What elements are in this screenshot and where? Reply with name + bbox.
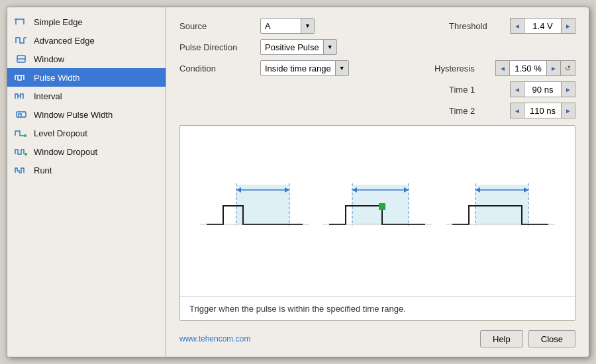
svg-point-8 [25, 153, 27, 156]
sidebar-item-interval-label: Interval [34, 91, 62, 101]
condition-arrow-icon: ▼ [335, 61, 348, 75]
source-dropdown[interactable]: A ▼ [260, 18, 315, 34]
pulse-direction-arrow-icon: ▼ [323, 40, 336, 54]
sidebar-item-interval[interactable]: Interval [7, 87, 166, 105]
level-dropout-icon [14, 127, 28, 139]
sidebar-item-pulse-width[interactable]: Pulse Width [7, 68, 166, 87]
threshold-label: Threshold [449, 21, 502, 31]
close-button[interactable]: Close [528, 330, 575, 347]
window-icon [14, 53, 28, 65]
pulse-direction-value: Positive Pulse [261, 41, 323, 54]
sidebar-item-window-dropout-label: Window Dropout [34, 147, 97, 157]
footer: www.tehencom.com Help Close [179, 328, 575, 350]
threshold-increment-button[interactable]: ► [561, 18, 575, 34]
sidebar-item-window[interactable]: Window [7, 50, 166, 68]
source-value: A [261, 20, 301, 32]
sidebar-item-window-pulse-width-label: Window Pulse Width [34, 110, 113, 120]
sidebar-item-window-pulse-width[interactable]: Window Pulse Width [7, 105, 166, 124]
sidebar-item-simple-edge-label: Simple Edge [34, 17, 83, 27]
pulse-width-icon [14, 71, 28, 83]
diagram-area: Trigger when the pulse is within the spe… [179, 125, 575, 321]
sidebar-item-advanced-edge[interactable]: Advanced Edge [7, 31, 166, 50]
source-label: Source [179, 21, 252, 31]
sidebar-item-level-dropout[interactable]: Level Dropout [7, 124, 166, 142]
pulse-diagram-3 [446, 171, 555, 251]
dialog: Simple Edge Advanced Edge Window [7, 7, 589, 357]
hysteresis-increment-button[interactable]: ► [546, 60, 561, 76]
svg-rect-24 [475, 185, 528, 224]
simple-edge-icon [14, 16, 28, 28]
help-button[interactable]: Help [480, 330, 523, 347]
time1-increment-button[interactable]: ► [561, 81, 575, 97]
form-rows: Source A ▼ Threshold ◄ 1.4 V ► Pulse Dir… [179, 18, 575, 118]
time1-decrement-button[interactable]: ◄ [510, 81, 524, 97]
threshold-decrement-button[interactable]: ◄ [510, 18, 524, 34]
hysteresis-spinner: ◄ 1.50 % ► ↺ [495, 60, 575, 76]
time2-field-label: Time 2 [449, 106, 502, 116]
time1-field-label: Time 1 [449, 85, 502, 95]
condition-value: Inside time range [261, 62, 335, 75]
time2-decrement-button[interactable]: ◄ [510, 103, 524, 118]
sidebar-item-pulse-width-label: Pulse Width [34, 73, 79, 83]
sidebar-item-runt[interactable]: Runt [7, 161, 166, 179]
time1-value: 90 ns [524, 81, 561, 97]
threshold-spinner: ◄ 1.4 V ► [510, 18, 575, 34]
form-row-time1: Time 1 ◄ 90 ns ► [179, 81, 575, 97]
condition-label: Condition [179, 64, 252, 73]
hysteresis-decrement-button[interactable]: ◄ [495, 60, 510, 76]
svg-rect-9 [236, 185, 289, 224]
svg-point-7 [24, 134, 26, 137]
time2-value: 110 ns [524, 103, 561, 118]
time1-spinner: ◄ 90 ns ► [510, 81, 575, 97]
pulse-diagram-2 [323, 171, 432, 251]
form-row-source: Source A ▼ Threshold ◄ 1.4 V ► [179, 18, 575, 34]
threshold-value: 1.4 V [524, 18, 561, 34]
source-arrow-icon: ▼ [301, 19, 314, 33]
form-row-condition: Condition Inside time range ▼ Hysteresis… [179, 60, 575, 76]
sidebar-item-simple-edge[interactable]: Simple Edge [7, 13, 166, 31]
sidebar-item-window-label: Window [34, 54, 64, 64]
pulse-diagram-1 [200, 171, 309, 251]
hysteresis-value: 1.50 % [510, 60, 546, 76]
pulse-direction-label: Pulse Direction [179, 42, 252, 52]
sidebar-item-level-dropout-label: Level Dropout [34, 128, 87, 138]
time2-spinner: ◄ 110 ns ► [510, 103, 575, 118]
advanced-edge-icon [14, 34, 28, 46]
pulse-direction-dropdown[interactable]: Positive Pulse ▼ [260, 39, 337, 55]
main-panel: Source A ▼ Threshold ◄ 1.4 V ► Pulse Dir… [166, 7, 589, 357]
window-dropout-icon [14, 146, 28, 158]
sidebar: Simple Edge Advanced Edge Window [7, 7, 166, 357]
footer-link: www.tehencom.com [179, 334, 250, 343]
sidebar-item-window-dropout[interactable]: Window Dropout [7, 142, 166, 161]
runt-icon [14, 164, 28, 176]
hysteresis-label: Hysteresis [434, 64, 487, 73]
diagram-canvas [180, 126, 575, 296]
interval-icon [14, 90, 28, 102]
sidebar-item-advanced-edge-label: Advanced Edge [34, 36, 95, 46]
diagram-description: Trigger when the pulse is within the spe… [180, 296, 575, 320]
window-pulse-width-icon [14, 109, 28, 120]
condition-dropdown[interactable]: Inside time range ▼ [260, 60, 349, 76]
footer-buttons: Help Close [480, 330, 575, 347]
svg-rect-22 [379, 203, 385, 210]
sidebar-item-runt-label: Runt [34, 165, 52, 175]
form-row-time2: Time 2 ◄ 110 ns ► [179, 103, 575, 118]
form-row-pulse-direction: Pulse Direction Positive Pulse ▼ [179, 39, 575, 55]
time2-increment-button[interactable]: ► [561, 103, 575, 118]
hysteresis-reset-button[interactable]: ↺ [561, 60, 575, 76]
